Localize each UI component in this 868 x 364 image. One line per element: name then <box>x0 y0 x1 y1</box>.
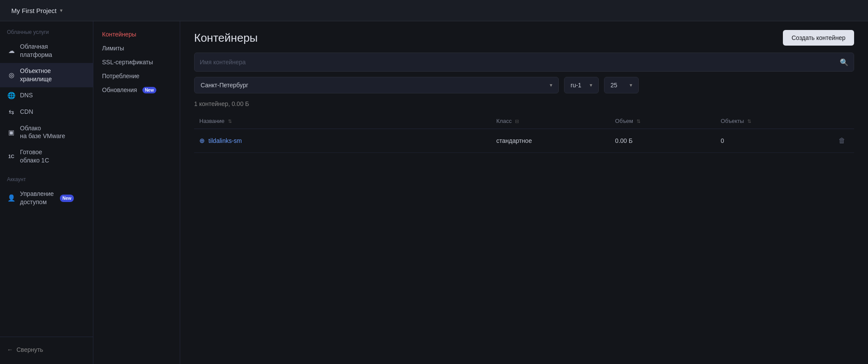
count-chevron-icon: ▾ <box>630 82 632 88</box>
sidebar-item-dns-label: DNS <box>20 91 33 99</box>
count-filter-label: 25 <box>611 82 626 89</box>
col-volume-label: Объем <box>615 118 633 124</box>
page-title: Контейнеры <box>194 31 258 45</box>
sub-sidebar-item-ssl[interactable]: SSL-сертификаты <box>93 55 180 69</box>
project-selector[interactable]: My First Project ▾ <box>7 4 67 17</box>
sub-sidebar-ssl-label: SSL-сертификаты <box>102 59 153 66</box>
table-row: ⊕ tildalinks-sm стандартное 0.00 Б 0 <box>194 129 854 153</box>
filters-row: Санкт-Петербург ▾ ru-1 ▾ 25 ▾ <box>180 77 868 100</box>
cloud-services-label: Облачные услуги <box>0 29 93 39</box>
container-name-link[interactable]: ⊕ tildalinks-sm <box>199 137 486 145</box>
main-content: Контейнеры Создать контейнер 🔍 Санкт-Пет… <box>180 21 868 364</box>
chevron-down-icon: ▾ <box>60 7 63 13</box>
stats-text: 1 контейнер, 0.00 Б <box>194 100 249 107</box>
sidebar-item-cloud-platform[interactable]: ☁ Облачнаяплатформа <box>0 39 93 63</box>
col-header-volume[interactable]: Объем ⇅ <box>610 113 716 129</box>
containers-table: Название ⇅ Класс ⊟ Объем ⇅ Объекты <box>194 113 854 153</box>
container-volume: 0.00 Б <box>615 137 633 144</box>
stats-row: 1 контейнер, 0.00 Б <box>180 100 868 113</box>
sidebar-item-object-storage-label: Объектноехранилище <box>20 67 52 83</box>
object-storage-icon: ◎ <box>7 71 16 79</box>
sub-sidebar-item-updates[interactable]: Обновления New <box>93 83 180 97</box>
col-name-sort-icon[interactable]: ⇅ <box>228 119 232 124</box>
sidebar-item-access-management[interactable]: 👤 Управлениедоступом New <box>0 186 93 210</box>
search-icon[interactable]: 🔍 <box>840 58 848 66</box>
layout: Облачные услуги ☁ Облачнаяплатформа ◎ Об… <box>0 21 868 364</box>
col-class-filter-icon[interactable]: ⊟ <box>515 119 519 124</box>
sidebar-item-vmware-label: Облакона базе VMware <box>20 124 65 141</box>
col-objects-label: Объекты <box>721 118 744 124</box>
sub-sidebar-updates-label: Обновления <box>102 86 137 93</box>
sidebar-item-object-storage[interactable]: ◎ Объектноехранилище <box>0 63 93 87</box>
container-objects-cell: 0 <box>716 129 815 153</box>
collapse-button[interactable]: ← Свернуть <box>0 342 93 357</box>
create-container-button[interactable]: Создать контейнер <box>783 30 854 46</box>
sidebar-item-cdn-label: CDN <box>20 108 33 116</box>
location-filter[interactable]: Санкт-Петербург ▾ <box>194 77 559 93</box>
globe-icon: ⊕ <box>199 137 205 145</box>
sidebar-item-access-label: Управлениедоступом <box>20 190 54 206</box>
search-input[interactable] <box>200 59 840 66</box>
collapse-label: Свернуть <box>17 346 43 353</box>
search-bar: 🔍 <box>194 53 854 72</box>
cloud-icon: ☁ <box>7 46 16 55</box>
sidebar-item-1c[interactable]: 1С Готовоеоблако 1С <box>0 144 93 169</box>
sub-sidebar-item-consumption[interactable]: Потребление <box>93 69 180 83</box>
location-filter-label: Санкт-Петербург <box>201 82 546 89</box>
vmware-icon: ▣ <box>7 128 16 136</box>
sub-sidebar-item-containers[interactable]: Контейнеры <box>93 27 180 41</box>
sidebar-item-dns[interactable]: 🌐 DNS <box>0 87 93 104</box>
top-bar: My First Project ▾ <box>0 0 868 21</box>
search-bar-wrapper: 🔍 <box>180 53 868 77</box>
location-chevron-icon: ▾ <box>550 82 552 88</box>
col-header-class[interactable]: Класс ⊟ <box>491 113 610 129</box>
table-header-row: Название ⇅ Класс ⊟ Объем ⇅ Объекты <box>194 113 854 129</box>
sidebar: Облачные услуги ☁ Облачнаяплатформа ◎ Об… <box>0 21 93 364</box>
dns-icon: 🌐 <box>7 91 16 100</box>
table-wrapper: Название ⇅ Класс ⊟ Объем ⇅ Объекты <box>180 113 868 364</box>
sub-sidebar-consumption-label: Потребление <box>102 73 139 79</box>
sidebar-item-vmware[interactable]: ▣ Облакона базе VMware <box>0 120 93 145</box>
container-class-cell: стандартное <box>491 129 610 153</box>
account-label: Аккаунт <box>0 176 93 186</box>
col-name-label: Название <box>199 118 224 124</box>
sidebar-bottom: ← Свернуть <box>0 337 93 364</box>
count-filter[interactable]: 25 ▾ <box>604 77 639 93</box>
region-filter-label: ru-1 <box>571 82 586 89</box>
collapse-arrow-icon: ← <box>7 346 13 353</box>
region-filter[interactable]: ru-1 ▾ <box>564 77 599 93</box>
new-badge-access: New <box>60 195 74 202</box>
sidebar-item-1c-label: Готовоеоблако 1С <box>20 148 49 165</box>
col-objects-sort-icon[interactable]: ⇅ <box>747 119 751 124</box>
col-header-name[interactable]: Название ⇅ <box>194 113 491 129</box>
region-chevron-icon: ▾ <box>590 82 592 88</box>
col-header-objects[interactable]: Объекты ⇅ <box>716 113 815 129</box>
container-actions-cell: 🗑 <box>815 129 854 153</box>
sub-sidebar-containers-label: Контейнеры <box>102 31 136 38</box>
col-header-actions <box>815 113 854 129</box>
col-class-label: Класс <box>496 118 512 124</box>
container-class: стандартное <box>496 137 532 144</box>
user-icon: 👤 <box>7 194 16 202</box>
sub-sidebar-item-limits[interactable]: Лимиты <box>93 41 180 55</box>
delete-container-button[interactable]: 🗑 <box>835 135 849 146</box>
1c-icon: 1С <box>7 152 16 161</box>
sub-sidebar-limits-label: Лимиты <box>102 45 124 52</box>
sidebar-item-cloud-platform-label: Облачнаяплатформа <box>20 43 52 59</box>
container-volume-cell: 0.00 Б <box>610 129 716 153</box>
project-name: My First Project <box>11 7 56 14</box>
container-name-cell: ⊕ tildalinks-sm <box>194 129 491 153</box>
container-name: tildalinks-sm <box>208 137 242 144</box>
sub-sidebar: Контейнеры Лимиты SSL-сертификаты Потреб… <box>93 21 180 364</box>
sidebar-item-cdn[interactable]: ⇆ CDN <box>0 104 93 120</box>
col-volume-sort-icon[interactable]: ⇅ <box>637 119 640 124</box>
cdn-icon: ⇆ <box>7 108 16 116</box>
main-header: Контейнеры Создать контейнер <box>180 21 868 53</box>
container-objects: 0 <box>721 137 724 144</box>
new-badge-updates: New <box>142 87 157 93</box>
